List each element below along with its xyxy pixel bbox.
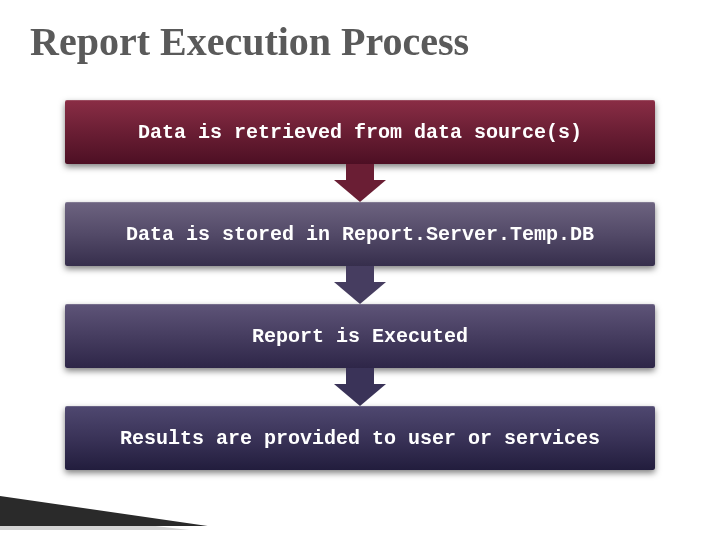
step-retrieve-data: Data is retrieved from data source(s)	[65, 100, 655, 164]
arrow-down-icon	[334, 368, 386, 406]
step-label: Data is retrieved from data source(s)	[138, 121, 582, 144]
step-label: Data is stored in Report.Server.Temp.DB	[126, 223, 594, 246]
step-deliver-results: Results are provided to user or services	[65, 406, 655, 470]
step-label: Report is Executed	[252, 325, 468, 348]
step-store-tempdb: Data is stored in Report.Server.Temp.DB	[65, 202, 655, 266]
slide-decor	[0, 470, 230, 530]
arrow-down-icon	[334, 164, 386, 202]
step-execute-report: Report is Executed	[65, 304, 655, 368]
process-flow: Data is retrieved from data source(s) Da…	[0, 100, 720, 470]
page-title: Report Execution Process	[30, 18, 469, 65]
arrow-down-icon	[334, 266, 386, 304]
step-label: Results are provided to user or services	[120, 427, 600, 450]
